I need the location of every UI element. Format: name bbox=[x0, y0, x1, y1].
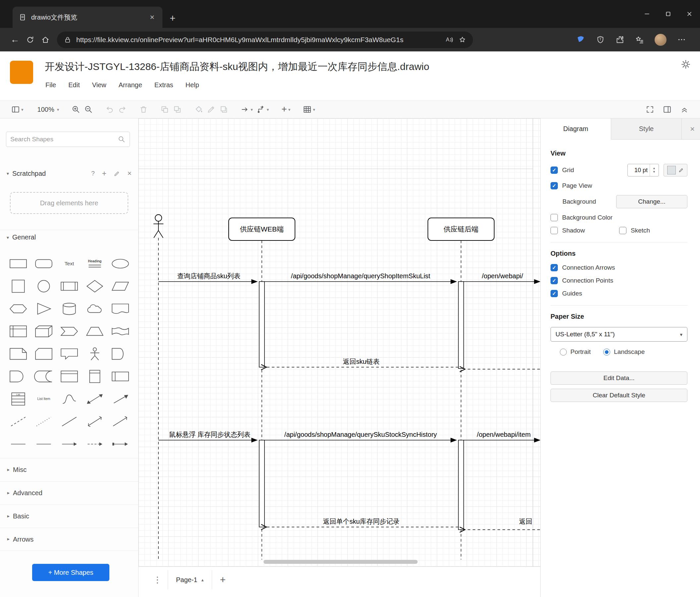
line-color-button[interactable] bbox=[205, 102, 218, 116]
horizontal-scrollbar[interactable] bbox=[264, 560, 418, 564]
more-shapes-button[interactable]: + More Shapes bbox=[32, 564, 109, 581]
shape-cloud[interactable] bbox=[84, 300, 105, 317]
section-misc[interactable]: ▾Misc bbox=[0, 458, 138, 481]
shape-directional-connector[interactable] bbox=[110, 413, 131, 430]
activation-web-1[interactable] bbox=[259, 282, 265, 367]
shape-text[interactable]: Text bbox=[59, 255, 80, 272]
scratchpad-header[interactable]: ▾ Scratchpad ? + × bbox=[0, 167, 138, 180]
message-label[interactable]: /api/goods/shopManage/querySkuStockSyncH… bbox=[284, 431, 437, 438]
shape-circle[interactable] bbox=[33, 278, 54, 295]
waypoint-style-button[interactable]: ▾ bbox=[255, 102, 271, 116]
menu-help[interactable]: Help bbox=[185, 81, 199, 89]
format-panel-toggle-button[interactable] bbox=[661, 102, 674, 116]
fullscreen-button[interactable] bbox=[644, 102, 656, 116]
message-label[interactable]: 查询店铺商品sku列表 bbox=[177, 272, 240, 280]
scratchpad-edit-pencil-icon[interactable] bbox=[114, 170, 120, 177]
message-label[interactable]: /open/webapi/ bbox=[482, 272, 523, 280]
shape-curve[interactable] bbox=[59, 390, 80, 408]
scratchpad-add-icon[interactable]: + bbox=[102, 169, 106, 178]
grid-size-input[interactable] bbox=[628, 167, 650, 174]
shape-bidirectional-arrow[interactable] bbox=[84, 390, 105, 408]
drawing-canvas[interactable]: 供应链WEB端 供应链后端 查询店铺商品sku列表 /api/goods/sho… bbox=[139, 118, 540, 567]
scratchpad-drop-area[interactable]: Drag elements here bbox=[10, 192, 128, 214]
shape-triangle[interactable] bbox=[33, 300, 54, 317]
url-field[interactable]: https://file.kkview.cn/onlinePreview?url… bbox=[57, 31, 473, 48]
shape-cube[interactable] bbox=[33, 323, 54, 340]
browser-blue-feature-icon[interactable] bbox=[576, 35, 585, 44]
message-label[interactable]: 返回单个sku库存同步记录 bbox=[323, 518, 399, 525]
portrait-option[interactable]: Portrait bbox=[560, 348, 591, 356]
shape-internal-storage[interactable] bbox=[8, 323, 29, 340]
tab-style[interactable]: Style bbox=[611, 118, 682, 139]
shape-list[interactable]: List bbox=[8, 390, 29, 408]
table-button[interactable]: ▾ bbox=[301, 102, 317, 116]
back-button[interactable]: ← bbox=[7, 32, 23, 47]
zoom-level-button[interactable]: 100%▾ bbox=[34, 102, 61, 116]
delete-button[interactable] bbox=[137, 102, 150, 116]
new-tab-button[interactable]: + bbox=[170, 13, 176, 24]
menu-arrange[interactable]: Arrange bbox=[119, 81, 142, 89]
tab-close-icon[interactable]: × bbox=[148, 13, 156, 22]
shape-dashed-line[interactable] bbox=[8, 413, 29, 430]
fill-color-button[interactable] bbox=[192, 102, 205, 116]
read-aloud-icon[interactable]: A bbox=[445, 35, 454, 44]
zoom-out-button[interactable] bbox=[82, 102, 95, 116]
shape-parallelogram[interactable] bbox=[110, 278, 131, 295]
landscape-radio[interactable] bbox=[603, 349, 610, 356]
shape-link[interactable] bbox=[8, 435, 29, 453]
extensions-puzzle-icon[interactable] bbox=[616, 35, 624, 44]
insert-button[interactable]: +▾ bbox=[279, 102, 292, 116]
shape-dotted-line[interactable] bbox=[33, 413, 54, 430]
shape-arrow[interactable] bbox=[110, 390, 131, 408]
shape-horizontal-connector[interactable] bbox=[110, 435, 131, 453]
profile-avatar[interactable] bbox=[655, 34, 667, 46]
page-tab[interactable]: Page-1 ▴ bbox=[168, 570, 212, 589]
minimize-button[interactable] bbox=[636, 4, 657, 24]
maximize-button[interactable] bbox=[657, 4, 679, 24]
activation-backend-2[interactable] bbox=[458, 440, 464, 530]
section-advanced[interactable]: ▾Advanced bbox=[0, 481, 138, 504]
message-label[interactable]: /open/webapi/item bbox=[477, 431, 531, 438]
pages-menu-icon[interactable]: ⋮ bbox=[149, 575, 166, 585]
message-label[interactable]: /api/goods/shopManage/queryShopItemSkuLi… bbox=[291, 272, 430, 280]
tab-diagram[interactable]: Diagram bbox=[541, 118, 611, 140]
section-arrows[interactable]: ▾Arrows bbox=[0, 528, 138, 551]
stepper-up-icon[interactable]: ▲ bbox=[653, 167, 656, 170]
shape-list-item[interactable]: List Item bbox=[33, 390, 54, 408]
shape-or[interactable] bbox=[110, 345, 131, 362]
shape-tape[interactable] bbox=[110, 323, 131, 340]
menu-extras[interactable]: Extras bbox=[154, 81, 173, 89]
browser-menu-icon[interactable] bbox=[677, 35, 686, 44]
redo-button[interactable] bbox=[116, 102, 129, 116]
shape-bidirectional-connector[interactable] bbox=[84, 413, 105, 430]
shield-t-extension-icon[interactable]: T bbox=[596, 35, 605, 44]
shape-step[interactable] bbox=[59, 323, 80, 340]
search-input[interactable] bbox=[10, 136, 118, 143]
shape-horizontal-arrow[interactable] bbox=[59, 435, 80, 453]
view-panels-button[interactable]: ▾ bbox=[9, 102, 26, 116]
activation-backend-1[interactable] bbox=[458, 282, 464, 368]
add-page-button[interactable]: + bbox=[214, 574, 233, 586]
collapse-toolbar-button[interactable] bbox=[678, 102, 691, 116]
shape-horizontal-container[interactable] bbox=[110, 368, 131, 385]
shape-document[interactable] bbox=[110, 300, 131, 317]
background-color-checkbox[interactable] bbox=[551, 214, 558, 221]
scratchpad-close-icon[interactable]: × bbox=[127, 169, 131, 178]
section-general[interactable]: ▾ General bbox=[0, 230, 138, 244]
stepper-down-icon[interactable]: ▼ bbox=[653, 170, 656, 174]
connection-arrows-checkbox[interactable] bbox=[551, 264, 558, 271]
undo-button[interactable] bbox=[103, 102, 116, 116]
menu-file[interactable]: File bbox=[45, 81, 56, 89]
grid-color-button[interactable] bbox=[664, 164, 688, 176]
shape-horizontal-line[interactable] bbox=[33, 435, 54, 453]
connection-points-checkbox[interactable] bbox=[551, 277, 558, 284]
shape-horizontal-directional[interactable] bbox=[84, 435, 105, 453]
shadow-checkbox[interactable] bbox=[551, 227, 558, 234]
to-back-button[interactable] bbox=[171, 102, 184, 116]
menu-view[interactable]: View bbox=[92, 81, 106, 89]
sketch-checkbox[interactable] bbox=[619, 227, 626, 234]
theme-toggle-sun-icon[interactable] bbox=[681, 59, 691, 69]
browser-tab[interactable]: drawio文件预览 × bbox=[12, 7, 162, 28]
paper-size-select[interactable]: US-Letter (8,5" x 11") ▾ bbox=[551, 327, 688, 342]
search-shapes-box[interactable] bbox=[6, 132, 130, 147]
